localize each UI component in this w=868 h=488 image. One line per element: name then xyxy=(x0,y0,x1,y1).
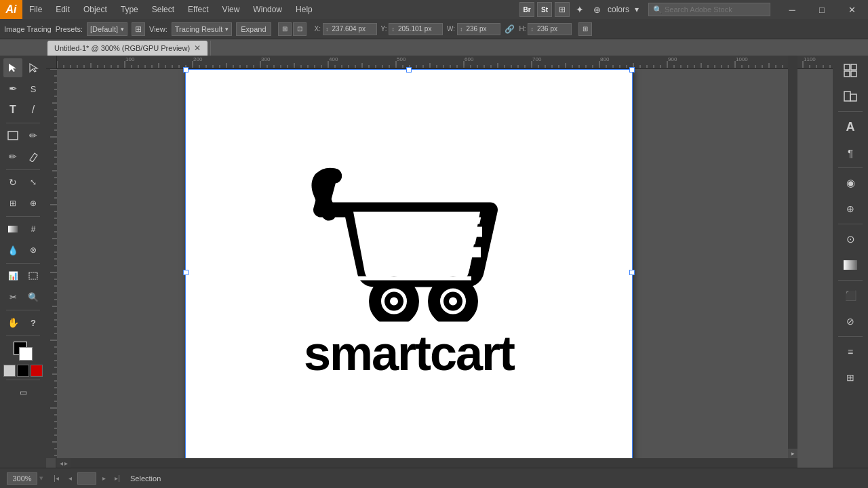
panel-color[interactable]: ◉ xyxy=(838,171,863,195)
panel-color-guide[interactable]: ⊕ xyxy=(838,197,863,221)
image-tracing-label: Image Tracing xyxy=(4,25,52,33)
panel-brushes[interactable]: ⊘ xyxy=(838,309,863,333)
page-number[interactable]: 1 xyxy=(77,472,96,485)
h-coord: H: ↕ xyxy=(519,23,572,35)
line-tool[interactable]: / xyxy=(24,100,43,119)
nav-right[interactable]: ▸ xyxy=(64,460,68,467)
menu-edit[interactable]: Edit xyxy=(49,0,77,19)
pencil-tool[interactable]: ✏ xyxy=(3,147,22,166)
red-swatch[interactable] xyxy=(31,365,43,377)
presets-dropdown[interactable]: [Default] ▾ xyxy=(87,22,127,36)
h-input[interactable] xyxy=(535,23,569,35)
svg-rect-13 xyxy=(851,64,856,70)
panel-character[interactable]: A xyxy=(838,115,863,139)
scale-tool[interactable]: ⤡ xyxy=(24,173,43,192)
default-colors[interactable] xyxy=(14,342,33,361)
last-page[interactable]: ▸| xyxy=(111,472,123,485)
toolbar-icon-3[interactable]: ⊞ xyxy=(555,2,570,17)
doc-tab-close[interactable]: ✕ xyxy=(194,43,201,53)
panel-transform-2[interactable] xyxy=(838,84,863,108)
handle-mid-left[interactable] xyxy=(183,270,189,275)
tool-divider-4 xyxy=(6,263,40,264)
panel-artboards[interactable]: ⊞ xyxy=(838,365,863,390)
minimize-button[interactable]: ─ xyxy=(778,0,806,19)
maximize-button[interactable]: □ xyxy=(808,0,835,19)
page-navigation: |◂ ◂ 1 ▸ ▸| xyxy=(50,472,123,485)
menu-help[interactable]: Help xyxy=(289,0,319,19)
transform-icon[interactable]: ⊞ xyxy=(278,22,292,36)
menu-object[interactable]: Object xyxy=(77,0,114,19)
column-graph-tool[interactable]: 📊 xyxy=(3,266,22,285)
presets-icon[interactable]: ⊞ xyxy=(132,22,145,36)
none-swatch[interactable]: ⊘ xyxy=(3,365,16,377)
zoom-dropdown[interactable]: ▾ xyxy=(39,474,43,483)
search-stock[interactable]: 🔍 xyxy=(648,3,770,16)
toolbar-icon-2[interactable]: St xyxy=(537,2,552,17)
black-swatch[interactable] xyxy=(17,365,29,377)
expand-button[interactable]: Expand xyxy=(236,22,271,36)
mesh-tool[interactable]: # xyxy=(24,220,43,239)
free-transform-tool[interactable]: ⊞ xyxy=(3,194,22,213)
eraser-tool[interactable] xyxy=(24,147,43,166)
menu-effect[interactable]: Effect xyxy=(181,0,215,19)
constrain-icon[interactable]: ⊞ xyxy=(578,22,592,36)
gradient-tool[interactable] xyxy=(3,220,22,239)
link-icon[interactable]: 🔗 xyxy=(505,24,515,34)
app-logo: Ai xyxy=(0,0,22,19)
close-button[interactable]: ✕ xyxy=(838,0,865,19)
toolbar-icon-4[interactable]: ✦ xyxy=(572,2,587,17)
first-page[interactable]: |◂ xyxy=(50,472,62,485)
type-tool[interactable]: T xyxy=(3,100,22,119)
svg-rect-15 xyxy=(851,71,856,77)
menu-select[interactable]: Select xyxy=(145,0,181,19)
selection-tool[interactable] xyxy=(3,58,22,77)
direct-selection-tool[interactable] xyxy=(24,58,43,77)
right-panel-divider-4 xyxy=(838,280,863,281)
y-input[interactable] xyxy=(396,23,440,35)
shape-tools: ✏ xyxy=(3,126,43,145)
x-input[interactable] xyxy=(330,23,374,35)
scrollbar-bottom[interactable] xyxy=(46,458,788,468)
scrollbar-right[interactable] xyxy=(788,56,797,468)
svg-point-9 xyxy=(434,283,472,321)
handle-mid-right[interactable] xyxy=(629,270,635,275)
hand-tool[interactable]: ✋ xyxy=(3,313,22,332)
zoom-input[interactable] xyxy=(7,472,37,485)
pen-tool[interactable]: ✒ xyxy=(3,79,22,98)
toolbar-icon-1[interactable]: Br xyxy=(519,2,534,17)
rectangle-tool[interactable] xyxy=(3,126,22,145)
panel-arrange[interactable] xyxy=(838,58,863,83)
fill-tool[interactable]: ▭ xyxy=(14,383,33,402)
svg-rect-12 xyxy=(844,64,850,70)
eyedropper-tool[interactable]: 💧 xyxy=(3,241,22,260)
doc-tab[interactable]: Untitled-1* @ 300% (RGB/GPU Preview) ✕ xyxy=(47,41,208,56)
panel-stroke[interactable]: ⊙ xyxy=(838,227,863,251)
menu-window[interactable]: Window xyxy=(246,0,289,19)
prev-page[interactable]: ◂ xyxy=(64,472,76,485)
menu-view[interactable]: View xyxy=(216,0,247,19)
background-swatch[interactable] xyxy=(19,347,33,361)
panel-swatches[interactable]: ⬛ xyxy=(838,283,863,308)
w-input[interactable] xyxy=(464,23,498,35)
menu-file[interactable]: File xyxy=(22,0,49,19)
panel-paragraph[interactable]: ¶ xyxy=(838,140,863,165)
menu-type[interactable]: Type xyxy=(114,0,145,19)
nav-left[interactable]: ◂ xyxy=(60,460,63,467)
slice-tool[interactable]: ✂ xyxy=(3,287,22,306)
toolbar-icon-5[interactable]: ⊕ xyxy=(590,2,605,17)
zoom-tool[interactable]: 🔍 xyxy=(24,287,43,306)
curvature-tool[interactable]: S xyxy=(24,79,43,98)
paintbrush-tool[interactable]: ✏ xyxy=(24,126,43,145)
shape-builder-tool[interactable]: ⊕ xyxy=(24,194,43,213)
next-page[interactable]: ▸ xyxy=(98,472,110,485)
blend-tool[interactable]: ⊗ xyxy=(24,241,43,260)
colors-dropdown[interactable]: ▾ xyxy=(635,5,639,14)
artboard-tool[interactable] xyxy=(24,266,43,285)
search-stock-input[interactable] xyxy=(665,5,766,14)
align-icon[interactable]: ⊡ xyxy=(293,22,307,36)
panel-gradient[interactable] xyxy=(838,253,863,277)
help-tool[interactable]: ? xyxy=(24,313,43,332)
view-dropdown[interactable]: Tracing Result ▾ xyxy=(172,22,233,36)
panel-layers[interactable]: ≡ xyxy=(838,340,863,364)
rotate-tool[interactable]: ↻ xyxy=(3,173,22,192)
